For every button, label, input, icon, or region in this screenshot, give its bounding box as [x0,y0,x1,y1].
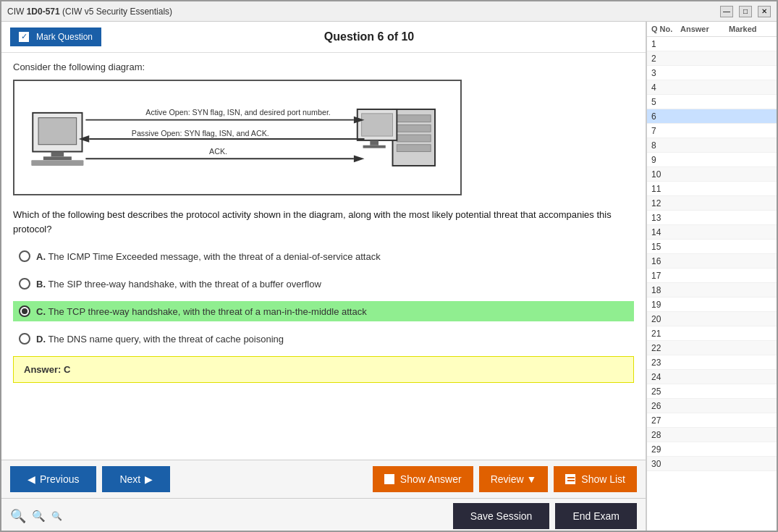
question-list-item[interactable]: 18 [647,283,777,297]
review-label: Review [491,473,524,485]
option-d-text: D. The DNS name query, with the threat o… [36,334,284,345]
title-bar: CIW 1D0-571 (CIW v5 Security Essentials)… [1,1,777,22]
question-list-item[interactable]: 25 [647,384,777,399]
q-number: 12 [651,198,680,208]
next-button[interactable]: Next ▶ [102,466,170,492]
q-number: 8 [651,140,680,151]
content-area: Consider the following diagram: [1,53,646,460]
question-list-item[interactable]: 13 [647,211,777,225]
show-answer-button[interactable]: Show Answer [373,466,473,492]
question-list-item[interactable]: 7 [647,124,777,138]
close-button[interactable]: ✕ [758,6,771,17]
left-panel: Mark Question Question 6 of 10 Consider … [1,22,646,532]
q-number: 5 [651,97,680,107]
question-list-item[interactable]: 6 [647,109,777,124]
mark-question-label: Mark Question [36,32,93,42]
question-list-item[interactable]: 4 [647,80,777,95]
question-list-item[interactable]: 9 [647,153,777,167]
minimize-button[interactable]: — [720,6,733,17]
question-list-item[interactable]: 10 [647,167,777,182]
question-list-item[interactable]: 22 [647,341,777,355]
q-number: 6 [651,111,680,122]
show-list-label: Show List [581,473,625,485]
question-list-item[interactable]: 17 [647,269,777,283]
bottom-nav-bar: ◀ Previous Next ▶ Show Answer Review ▼ [1,460,646,498]
question-list-item[interactable]: 24 [647,370,777,384]
question-list-item[interactable]: 14 [647,225,777,240]
question-list-item[interactable]: 8 [647,138,777,153]
radio-c[interactable] [19,305,30,317]
question-list-item[interactable]: 2 [647,51,777,66]
q-number: 14 [651,227,680,237]
radio-b[interactable] [19,278,30,290]
q-number: 11 [651,184,680,194]
window-controls: — □ ✕ [720,6,771,17]
question-list-item[interactable]: 19 [647,297,777,312]
zoom-bar: 🔍 🔍 🔍 Save Session End Exam [1,498,646,532]
option-a[interactable]: A. The ICMP Time Exceeded message, with … [13,246,634,266]
question-list-item[interactable]: 23 [647,355,777,370]
q-number: 20 [651,314,680,324]
answer-panel: Answer: C [13,356,634,383]
question-list-item[interactable]: 1 [647,37,777,51]
question-list-item[interactable]: 26 [647,399,777,413]
svg-rect-7 [397,124,431,132]
question-list-item[interactable]: 30 [647,457,777,471]
svg-marker-21 [354,155,365,162]
svg-text:Passive Open: SYN flag, ISN, a: Passive Open: SYN flag, ISN, and ACK. [132,129,269,138]
zoom-normal-button[interactable]: 🔍 [32,510,46,523]
svg-rect-13 [363,145,386,148]
option-c[interactable]: C. The TCP three-way handshake, with the… [13,301,634,321]
question-list-item[interactable]: 29 [647,442,777,457]
previous-label: Previous [40,473,79,485]
save-session-label: Save Session [470,510,533,522]
option-d[interactable]: D. The DNS name query, with the threat o… [13,329,634,349]
q-number: 7 [651,126,680,136]
q-number: 28 [651,430,680,440]
question-list-item[interactable]: 3 [647,66,777,80]
review-arrow-icon: ▼ [526,473,536,485]
q-number: 21 [651,329,680,339]
radio-d[interactable] [19,333,30,345]
mark-checkbox-icon [19,32,29,42]
question-list-item[interactable]: 11 [647,182,777,196]
svg-rect-6 [397,115,431,122]
q-number: 16 [651,256,680,266]
question-list-item[interactable]: 16 [647,254,777,269]
q-number: 2 [651,54,680,64]
previous-button[interactable]: ◀ Previous [10,466,96,492]
question-list-item[interactable]: 20 [647,312,777,326]
question-text: Which of the following best describes th… [13,208,634,236]
show-list-button[interactable]: Show List [554,466,637,492]
show-list-icon [565,474,575,484]
svg-rect-3 [43,156,72,160]
q-number: 17 [651,271,680,281]
option-c-text: C. The TCP three-way handshake, with the… [36,306,367,317]
show-answer-label: Show Answer [400,473,462,485]
svg-rect-9 [397,145,431,152]
question-list-item[interactable]: 15 [647,240,777,254]
question-list-item[interactable]: 28 [647,428,777,442]
q-number: 15 [651,242,680,252]
save-session-button[interactable]: Save Session [453,503,550,529]
svg-rect-8 [397,135,431,142]
end-exam-button[interactable]: End Exam [555,503,637,529]
zoom-out-button[interactable]: 🔍 [51,511,62,521]
show-answer-icon [384,474,394,484]
maximize-button[interactable]: □ [739,6,752,17]
q-number: 1 [651,39,680,49]
question-list-item[interactable]: 27 [647,413,777,428]
question-list-item[interactable]: 5 [647,95,777,109]
question-list-item[interactable]: 21 [647,326,777,341]
review-button[interactable]: Review ▼ [479,466,549,492]
q-number: 24 [651,372,680,382]
q-number: 19 [651,300,680,310]
next-arrow-icon: ▶ [145,473,153,485]
q-number: 3 [651,68,680,78]
radio-a[interactable] [19,250,30,262]
zoom-in-button[interactable]: 🔍 [10,508,26,524]
question-title: Question 6 of 10 [101,30,637,43]
option-b[interactable]: B. The SIP three-way handshake, with the… [13,274,634,294]
question-list-item[interactable]: 12 [647,196,777,211]
mark-question-button[interactable]: Mark Question [10,28,101,46]
